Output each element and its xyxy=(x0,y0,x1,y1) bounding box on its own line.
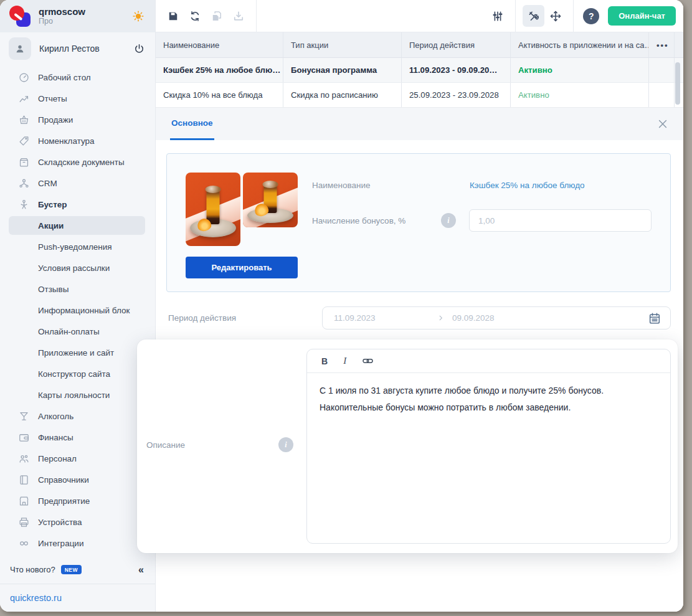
sidebar-menu: Рабочий стол Отчеты Продажи Номенклатура… xyxy=(0,65,155,556)
description-editor: B I С 1 июля по 31 августа купите любое … xyxy=(306,349,671,544)
sidebar-item-reviews[interactable]: Отзывы xyxy=(0,278,155,300)
theme-sun-icon[interactable] xyxy=(131,9,145,23)
finance-wallet-icon xyxy=(18,432,30,443)
save-icon xyxy=(167,10,179,22)
column-settings-button[interactable] xyxy=(486,5,508,27)
status-badge: Активно xyxy=(511,83,649,107)
warehouse-box-icon xyxy=(18,156,30,168)
italic-button[interactable]: I xyxy=(342,356,348,366)
tag-icon xyxy=(18,135,30,147)
sidebar-item-crm[interactable]: CRM xyxy=(0,173,155,194)
sidebar-item-app-and-site[interactable]: Приложение и сайт xyxy=(0,342,155,363)
scrollbar-gutter xyxy=(674,32,683,57)
divider xyxy=(573,0,574,32)
download-button[interactable] xyxy=(227,5,249,27)
status-badge: Активно xyxy=(511,58,649,82)
sidebar-item-booster[interactable]: Бустер xyxy=(0,194,155,215)
copy-button[interactable] xyxy=(206,5,227,27)
info-icon[interactable]: i xyxy=(278,437,293,452)
period-range-input[interactable]: 11.09.2023 09.09.2028 xyxy=(322,306,671,329)
collapse-sidebar-icon[interactable]: « xyxy=(138,564,144,576)
crm-network-icon xyxy=(18,178,30,189)
description-popup: Описание i B I С 1 июля по 31 августа ку… xyxy=(137,339,678,553)
sidebar-item-devices[interactable]: Устройства xyxy=(0,511,155,533)
desktop-background: { "workspace": { "name": "qrmoscow", "pl… xyxy=(0,0,692,616)
sidebar-item-staff[interactable]: Персонал xyxy=(0,448,155,469)
period-from-value: 11.09.2023 xyxy=(334,313,437,323)
divider xyxy=(256,0,257,32)
column-header-period[interactable]: Период действия xyxy=(402,32,511,57)
promo-photo[interactable] xyxy=(243,173,298,227)
sidebar-item-warehouse[interactable]: Складские документы xyxy=(0,151,155,173)
integrations-infinity-icon xyxy=(18,538,30,549)
alcohol-martini-icon xyxy=(18,410,30,422)
dashboard-icon xyxy=(18,72,30,83)
move-button[interactable] xyxy=(544,5,566,27)
table-row[interactable]: Кэшбек 25% на любое блю… Бонусная програ… xyxy=(156,58,683,83)
sidebar-item-dashboard[interactable]: Рабочий стол xyxy=(0,67,155,88)
sidebar-item-finance[interactable]: Финансы xyxy=(0,427,155,448)
move-icon xyxy=(549,10,562,22)
user-name: Кирилл Рестов xyxy=(39,44,100,54)
bonus-label: Начисление бонусов, % xyxy=(312,216,441,225)
sidebar-item-nomenclature[interactable]: Номенклатура xyxy=(0,130,155,151)
devices-printer-icon xyxy=(18,516,30,528)
chevron-right-icon xyxy=(437,314,445,322)
bold-button[interactable]: B xyxy=(321,356,328,366)
sidebar: qrmoscow Про Кирилл Рестов Рабочий стол … xyxy=(0,0,156,612)
tools-button[interactable] xyxy=(523,5,544,27)
table-menu-dots[interactable]: ••• xyxy=(649,32,674,57)
help-button[interactable]: ? xyxy=(583,8,599,24)
bonus-percent-input[interactable] xyxy=(469,209,652,232)
whats-new-row: Что нового? NEW « xyxy=(0,556,155,584)
quickresto-site-link[interactable]: quickresto.ru xyxy=(0,584,155,612)
workspace-header: qrmoscow Про xyxy=(0,0,155,32)
close-icon[interactable] xyxy=(656,118,669,130)
edit-button[interactable]: Редактировать xyxy=(186,257,298,278)
editor-textarea[interactable]: С 1 июля по 31 августа купите любое блюд… xyxy=(307,373,670,425)
promo-name-value[interactable]: Кэшбек 25% на любое блюдо xyxy=(470,181,585,190)
calendar-icon[interactable] xyxy=(648,311,661,325)
workspace-plan: Про xyxy=(39,17,85,26)
whats-new-label[interactable]: Что нового? xyxy=(10,565,55,574)
name-label: Наименование xyxy=(312,181,470,190)
app-window: qrmoscow Про Кирилл Рестов Рабочий стол … xyxy=(0,0,683,612)
new-badge: NEW xyxy=(61,565,82,574)
top-toolbar: ? Онлайн-чат xyxy=(156,0,683,32)
sidebar-item-enterprise[interactable]: Предприятие xyxy=(0,490,155,511)
sidebar-item-site-builder[interactable]: Конструктор сайта xyxy=(0,363,155,384)
column-header-activity[interactable]: Активность в приложении и на са… xyxy=(511,32,649,57)
sidebar-item-promotions[interactable]: Акции xyxy=(9,216,145,235)
period-label: Период действия xyxy=(166,313,322,323)
sidebar-item-reports[interactable]: Отчеты xyxy=(0,88,155,109)
refresh-icon xyxy=(189,10,201,22)
table-row[interactable]: Скидка 10% на все блюда Скидка по распис… xyxy=(156,83,683,108)
description-line: Накопительные бонусы можно потратить в л… xyxy=(320,399,658,416)
refresh-button[interactable] xyxy=(184,5,206,27)
promo-photo[interactable] xyxy=(186,173,240,246)
sidebar-item-integrations[interactable]: Интеграции xyxy=(0,533,155,554)
logout-power-icon[interactable] xyxy=(133,43,145,55)
sidebar-item-alcohol[interactable]: Алкоголь xyxy=(0,405,155,427)
description-line: С 1 июля по 31 августа купите любое блюд… xyxy=(320,382,658,399)
user-avatar-icon xyxy=(9,37,31,60)
sidebar-item-info-block[interactable]: Информационный блок xyxy=(0,300,155,321)
download-icon xyxy=(232,10,245,22)
sidebar-item-online-payments[interactable]: Онлайн-оплаты xyxy=(0,321,155,342)
copy-icon xyxy=(211,10,223,22)
table-scrollbar[interactable] xyxy=(675,62,680,105)
booster-icon xyxy=(18,199,30,211)
sliders-icon xyxy=(491,10,504,22)
sidebar-item-push[interactable]: Push-уведомления xyxy=(0,236,155,257)
sidebar-item-sales[interactable]: Продажи xyxy=(0,109,155,130)
column-header-type[interactable]: Тип акции xyxy=(283,32,402,57)
link-icon[interactable] xyxy=(362,355,374,367)
online-chat-button[interactable]: Онлайн-чат xyxy=(608,6,676,26)
save-button[interactable] xyxy=(162,5,184,27)
sidebar-item-handbooks[interactable]: Справочники xyxy=(0,469,155,490)
tab-main[interactable]: Основное xyxy=(170,108,214,140)
sidebar-item-loyalty-cards[interactable]: Карты лояльности xyxy=(0,384,155,405)
column-header-name[interactable]: Наименование xyxy=(156,32,283,57)
sidebar-item-mailing-terms[interactable]: Условия рассылки xyxy=(0,257,155,278)
info-icon[interactable]: i xyxy=(441,213,456,228)
